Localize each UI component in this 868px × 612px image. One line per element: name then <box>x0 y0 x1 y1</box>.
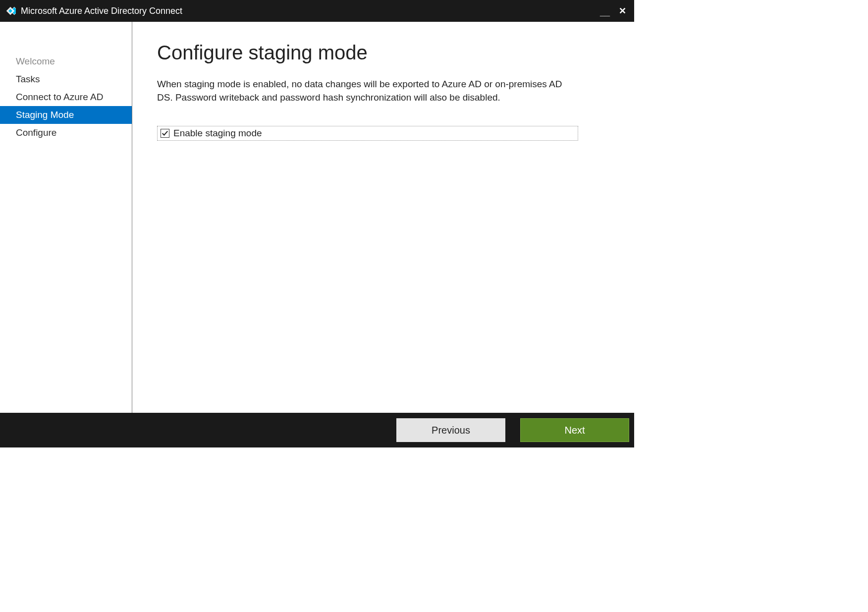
next-button[interactable]: Next <box>520 418 629 442</box>
main-content: Configure staging mode When staging mode… <box>132 22 634 413</box>
enable-staging-checkbox[interactable]: Enable staging mode <box>157 126 578 141</box>
window-controls: __ ✕ <box>600 6 629 15</box>
minimize-icon[interactable]: __ <box>600 8 610 17</box>
sidebar: Welcome Tasks Connect to Azure AD Stagin… <box>0 22 132 413</box>
azure-logo-icon <box>5 5 16 16</box>
sidebar-item-connect-azure-ad[interactable]: Connect to Azure AD <box>0 88 132 106</box>
sidebar-item-label: Welcome <box>16 56 55 66</box>
sidebar-item-label: Staging Mode <box>16 110 74 120</box>
sidebar-item-welcome[interactable]: Welcome <box>0 53 132 70</box>
body-area: Welcome Tasks Connect to Azure AD Stagin… <box>0 22 634 413</box>
sidebar-item-label: Connect to Azure AD <box>16 92 103 102</box>
sidebar-item-tasks[interactable]: Tasks <box>0 70 132 88</box>
window-title: Microsoft Azure Active Directory Connect <box>21 6 600 16</box>
titlebar: Microsoft Azure Active Directory Connect… <box>0 0 634 22</box>
checkbox-icon <box>161 129 169 138</box>
page-heading: Configure staging mode <box>157 42 610 64</box>
close-icon[interactable]: ✕ <box>619 6 626 15</box>
previous-button[interactable]: Previous <box>396 418 505 442</box>
sidebar-item-label: Configure <box>16 127 56 138</box>
checkbox-label: Enable staging mode <box>173 128 262 139</box>
footer: Previous Next <box>0 413 634 447</box>
page-description: When staging mode is enabled, no data ch… <box>157 78 568 104</box>
sidebar-item-staging-mode[interactable]: Staging Mode <box>0 106 132 124</box>
sidebar-item-configure[interactable]: Configure <box>0 124 132 142</box>
sidebar-item-label: Tasks <box>16 74 40 84</box>
